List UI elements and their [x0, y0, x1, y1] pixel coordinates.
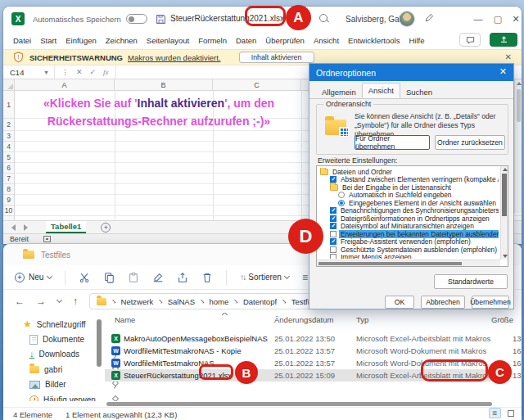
thumbnails-view-icon[interactable]: [504, 408, 517, 418]
new-button[interactable]: + Neu: [15, 273, 52, 282]
row-header-8[interactable]: 8: [3, 184, 14, 195]
reset-folders-button[interactable]: Ordner zurücksetzen: [435, 135, 505, 150]
sheet-tab-tabelle1[interactable]: Tabelle1: [46, 221, 86, 233]
more-options-icon[interactable]: ⋮: [61, 68, 69, 76]
file-row-wordfilemittestmakronas-[interactable]: WWordfileMitTestmakroNAS - Kopie25.01.20…: [105, 345, 522, 357]
checkbox-unchecked-icon[interactable]: [330, 231, 337, 237]
account-name[interactable]: Salvisberg, Gaby: [346, 15, 408, 24]
row-header-5[interactable]: 5: [3, 152, 14, 163]
checkbox-checked-icon[interactable]: [330, 238, 337, 245]
enable-content-button[interactable]: Inhalt aktivieren: [239, 52, 314, 63]
defaults-button[interactable]: Standardwerte: [434, 274, 508, 289]
breadcrumb[interactable]: NetzwerkSalNAShomeDatentopfTestfiles: [89, 293, 320, 309]
close-button[interactable]: ✕: [509, 13, 522, 25]
save-icon[interactable]: [156, 14, 166, 25]
row-header-9[interactable]: 9: [3, 195, 14, 205]
apply-to-folders-button[interactable]: Für Ordner übernehmen: [355, 135, 430, 150]
settings-item-automatisch-in-suchfeld-eing[interactable]: Automatisch in Suchfeld eingeben: [318, 192, 499, 200]
enter-icon[interactable]: ✓: [90, 68, 97, 76]
maximize-button[interactable]: ▢: [491, 13, 504, 25]
settings-item-erweiterungen-bei-bekannten-[interactable]: Erweiterungen bei bekannten Dateitypen a…: [318, 230, 499, 238]
scroll-thumb[interactable]: [517, 89, 521, 122]
column-header-b[interactable]: B: [115, 79, 213, 90]
forward-icon[interactable]: →: [36, 296, 46, 307]
list-horizontal-scrollbar[interactable]: [317, 260, 500, 266]
sort-ascending-icon[interactable]: [222, 313, 228, 318]
cancel-button[interactable]: Abbrechen: [421, 296, 465, 309]
breadcrumb-salnas[interactable]: SalNAS: [168, 297, 195, 306]
ribbon-tab-start[interactable]: Start: [40, 36, 56, 45]
ok-button[interactable]: OK: [385, 296, 414, 309]
checkbox-unchecked-icon[interactable]: [330, 246, 337, 253]
dialog-close-icon[interactable]: ✕: [499, 66, 507, 77]
minimize-button[interactable]: —: [472, 13, 485, 25]
scroll-up-icon[interactable]: [517, 82, 522, 85]
breadcrumb-datentopf[interactable]: Datentopf: [243, 297, 277, 306]
macro-record-icon[interactable]: [43, 236, 51, 242]
delete-icon[interactable]: [201, 272, 213, 283]
pencil-icon[interactable]: [424, 13, 434, 23]
dialog-tab-allgemein[interactable]: Allgemein: [316, 85, 362, 99]
details-view-icon[interactable]: ≡: [489, 408, 501, 418]
settings-item-dateigrößeinformationen-in-o[interactable]: Dateigrößeinformationen in Ordnertipps a…: [318, 215, 499, 223]
row-header-1[interactable]: 1: [3, 91, 14, 119]
paste-icon[interactable]: [128, 272, 139, 283]
search-icon[interactable]: [319, 14, 329, 24]
radio-selected-icon[interactable]: [338, 200, 345, 206]
apply-button[interactable]: Übernehmen: [472, 296, 509, 309]
settings-item-dateien-und-ordner[interactable]: Dateien und Ordner: [318, 168, 499, 176]
file-row-makroautoopenmessageboxb[interactable]: XMakroAutoOpenMessageboxBeispielNAS25.01…: [105, 332, 522, 345]
security-bar-close-icon[interactable]: ✕: [505, 52, 512, 61]
list-vertical-scrollbar[interactable]: [500, 166, 508, 260]
back-icon[interactable]: ←: [15, 296, 25, 307]
scroll-down-icon[interactable]: [503, 255, 508, 258]
ribbon-tab-einfügen[interactable]: Einfügen: [66, 36, 97, 45]
ribbon-tab-überprüfen[interactable]: Überprüfen: [265, 36, 305, 45]
checkbox-checked-icon[interactable]: [330, 207, 337, 214]
row-header-4[interactable]: 4: [3, 142, 14, 152]
select-all-corner[interactable]: [3, 79, 15, 90]
settings-item-abstand-zwischen-elementen-v[interactable]: Abstand zwischen Elementen verringern (k…: [318, 176, 499, 184]
row-header-6[interactable]: 6: [3, 163, 14, 174]
settings-item-geschützte-systemdateien-aus[interactable]: Geschützte Systemdateien ausblenden (emp…: [318, 246, 499, 254]
scroll-up-icon[interactable]: [503, 168, 508, 171]
column-header-name[interactable]: Name: [115, 315, 135, 324]
prev-sheet-icon[interactable]: [11, 224, 16, 231]
autosave-toggle[interactable]: [126, 14, 147, 24]
history-chevron-icon[interactable]: [56, 297, 62, 303]
horizontal-scrollbar[interactable]: [106, 402, 492, 406]
breadcrumb-home[interactable]: home: [210, 297, 229, 306]
dialog-tab-suchen[interactable]: Suchen: [400, 85, 438, 99]
macros-disabled-link[interactable]: Makros wurden deaktiviert.: [128, 53, 221, 62]
settings-item-freigabe-assistent-verwenden[interactable]: Freigabe-Assistent verwenden (empfohlen): [318, 238, 499, 246]
cut-icon[interactable]: [79, 272, 90, 283]
ribbon-tab-formeln[interactable]: Formeln: [198, 36, 227, 45]
copy-icon[interactable]: [103, 272, 115, 283]
ribbon-tab-hilfe[interactable]: Hilfe: [409, 36, 424, 45]
column-header-typ[interactable]: Typ: [356, 315, 368, 324]
column-header-c[interactable]: C: [213, 79, 301, 90]
ribbon-tab-datei[interactable]: Datei: [13, 36, 31, 45]
cancel-icon[interactable]: ✕: [76, 68, 83, 76]
insert-function-icon[interactable]: fx: [103, 68, 109, 76]
dialog-tab-ansicht[interactable]: Ansicht: [362, 83, 400, 98]
name-box[interactable]: C14▼: [3, 65, 54, 79]
excel-vertical-scrollbar[interactable]: [514, 79, 522, 213]
settings-item-immer-menüs-anzeigen[interactable]: Immer Menüs anzeigen: [318, 254, 499, 260]
ribbon-tab-seitenlayout[interactable]: Seitenlayout: [147, 36, 189, 45]
next-sheet-icon[interactable]: [24, 224, 28, 231]
share-icon[interactable]: [177, 272, 188, 283]
settings-item-eingegebenes-element-in-der-[interactable]: Eingegebenes Element in der Ansicht ausw…: [318, 199, 499, 207]
row-header-10[interactable]: 10: [3, 205, 14, 216]
rename-icon[interactable]: [152, 272, 164, 283]
row-header-7[interactable]: 7: [3, 174, 14, 184]
checkbox-checked-icon[interactable]: [330, 215, 337, 222]
comments-button[interactable]: [459, 33, 481, 47]
scroll-thumb[interactable]: [502, 174, 507, 216]
row-header-2[interactable]: 2: [3, 119, 14, 131]
add-sheet-icon[interactable]: +: [101, 223, 111, 233]
radio-icon[interactable]: [338, 192, 345, 198]
sidebar-scrollbar[interactable]: [97, 319, 102, 367]
sidebar-item-häufig-verwen[interactable]: Häufig verwen: [29, 395, 118, 402]
ribbon-tab-daten[interactable]: Daten: [236, 36, 256, 45]
